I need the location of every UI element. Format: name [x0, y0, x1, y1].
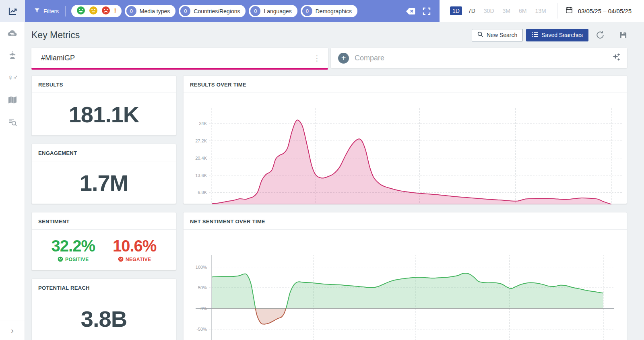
search-input[interactable]	[41, 54, 313, 62]
word-cloud-icon	[7, 29, 18, 38]
chevron-right-icon: ›	[11, 326, 14, 335]
calendar-icon	[566, 6, 573, 15]
smiley-positive-icon	[76, 6, 85, 16]
positive-sentiment-value: 32.2%	[52, 237, 95, 255]
engagement-value: 1.7M	[80, 170, 128, 196]
count-badge: 0	[180, 6, 190, 16]
pill-label: Languages	[264, 8, 291, 14]
svg-text:-50%: -50%	[196, 327, 207, 332]
analytics-chart-icon	[7, 6, 18, 16]
smiley-neutral-icon	[89, 6, 98, 16]
range-button-1d[interactable]: 1D	[450, 6, 462, 15]
results-value: 181.1K	[69, 101, 139, 128]
topbar: Filters ! 0 Media types 0 Countries/Regi…	[25, 0, 644, 22]
chart-title: RESULTS OVER TIME	[190, 82, 246, 88]
count-badge: 0	[126, 6, 136, 16]
filter-bar: Filters ! 0 Media types 0 Countries/Regi…	[25, 0, 440, 22]
net-sentiment-over-time-chart[interactable]: 100%50%0%-50%-100%12:004 May12:00	[184, 230, 627, 340]
date-range-picker[interactable]: 03/05/25 – 04/05/25	[566, 6, 632, 15]
sidebar-item-demographics[interactable]: ♀♂	[0, 66, 25, 89]
filters-button[interactable]: Filters	[34, 7, 59, 15]
pill-label: Demographics	[316, 8, 352, 14]
sidebar-item-influencers[interactable]	[0, 44, 25, 66]
plus-circle-icon[interactable]: +	[338, 53, 349, 64]
results-card: RESULTS 181.1K	[31, 75, 176, 136]
sparkles-ai-icon[interactable]	[612, 52, 621, 64]
smiley-negative-icon	[118, 256, 124, 263]
filter-pill-countries[interactable]: 0 Countries/Regions	[179, 5, 246, 17]
range-button-6m[interactable]: 6M	[516, 6, 529, 15]
page-title: Key Metrics	[31, 30, 80, 41]
engagement-card: ENGAGEMENT 1.7M	[31, 144, 176, 204]
negative-label: NEGATIVE	[126, 257, 151, 262]
search-accent-bar	[31, 68, 328, 70]
topbar-divider	[65, 6, 66, 16]
sidebar-item-geography[interactable]	[0, 89, 25, 111]
magnifier-icon	[477, 31, 483, 39]
sentiment-filter-pill[interactable]: !	[71, 5, 122, 17]
sidebar-item-key-metrics[interactable]	[0, 0, 25, 22]
reach-value: 3.8B	[81, 306, 127, 332]
map-icon	[7, 95, 18, 105]
new-search-button[interactable]: New Search	[472, 29, 523, 41]
potential-reach-card: POTENTIAL REACH 3.8B	[31, 278, 176, 340]
svg-text:50%: 50%	[198, 285, 207, 290]
compare-box[interactable]: + Compare	[331, 48, 627, 68]
range-button-3m[interactable]: 3M	[500, 6, 513, 15]
refresh-button[interactable]	[596, 31, 605, 39]
sidebar-expand-button[interactable]: ›	[0, 321, 25, 340]
svg-text:20.4K: 20.4K	[195, 156, 207, 161]
card-title: SENTIMENT	[38, 218, 70, 225]
influencer-icon	[7, 50, 18, 61]
range-button-30d[interactable]: 30D	[481, 6, 497, 15]
range-button-13m[interactable]: 13M	[533, 6, 548, 15]
svg-text:34K: 34K	[199, 121, 207, 126]
kebab-menu-icon[interactable]: ⋮	[313, 54, 321, 62]
net-sentiment-over-time-card: NET SENTIMENT OVER TIME 100%50%0%-50%-10…	[183, 212, 627, 340]
sidebar: ♀♂ ›	[0, 0, 25, 340]
results-over-time-card: RESULTS OVER TIME 34K27.2K20.4K13.6K6.8K…	[183, 75, 627, 204]
date-range-bar: 1D 7D 30D 3M 6M 13M 03/05/25 – 04/05/25	[440, 0, 644, 22]
negative-sentiment-value: 10.6%	[113, 237, 156, 255]
filter-pill-languages[interactable]: 0 Languages	[249, 5, 297, 17]
positive-label: POSITIVE	[65, 257, 89, 262]
saved-searches-button[interactable]: Saved Searches	[526, 29, 588, 41]
results-list-search-icon	[7, 117, 18, 127]
sentiment-card: SENTIMENT 32.2% POSITIVE 10.6%	[31, 212, 176, 270]
alert-exclamation-icon: !	[114, 8, 116, 14]
list-icon	[532, 32, 538, 39]
filter-pill-media-types[interactable]: 0 Media types	[125, 5, 175, 17]
pill-label: Media types	[140, 8, 170, 14]
results-over-time-chart[interactable]: 34K27.2K20.4K13.6K6.8K12:004 May12:00	[184, 93, 627, 204]
gender-icon: ♀♂	[8, 73, 18, 82]
divider	[612, 29, 612, 41]
filters-label: Filters	[43, 8, 59, 14]
chart-title: NET SENTIMENT OVER TIME	[190, 218, 265, 225]
funnel-icon	[34, 7, 40, 15]
sidebar-spacer	[0, 133, 25, 321]
smiley-negative-icon	[101, 6, 110, 16]
svg-text:100%: 100%	[196, 265, 207, 270]
saved-searches-label: Saved Searches	[541, 32, 583, 38]
pill-label: Countries/Regions	[194, 8, 240, 14]
save-button[interactable]	[619, 31, 627, 39]
compare-placeholder: Compare	[355, 54, 612, 62]
svg-text:27.2K: 27.2K	[195, 138, 207, 143]
count-badge: 0	[302, 6, 312, 16]
card-title: RESULTS	[38, 82, 63, 88]
filter-pill-demographics[interactable]: 0 Demographics	[301, 5, 357, 17]
svg-text:6.8K: 6.8K	[198, 190, 207, 195]
smiley-positive-icon	[58, 256, 63, 263]
count-badge: 0	[250, 6, 260, 16]
new-search-label: New Search	[487, 32, 517, 38]
svg-text:13.6K: 13.6K	[195, 173, 207, 178]
fullscreen-icon[interactable]	[423, 7, 431, 15]
range-button-7d[interactable]: 7D	[466, 6, 478, 15]
divider	[557, 3, 557, 19]
sidebar-item-word-cloud[interactable]	[0, 22, 25, 44]
search-query-box[interactable]: ⋮	[31, 48, 328, 68]
clear-filters-icon[interactable]	[406, 8, 415, 15]
sidebar-item-results-list[interactable]	[0, 111, 25, 133]
date-range-text: 03/05/25 – 04/05/25	[578, 8, 632, 14]
card-title: ENGAGEMENT	[38, 150, 77, 156]
